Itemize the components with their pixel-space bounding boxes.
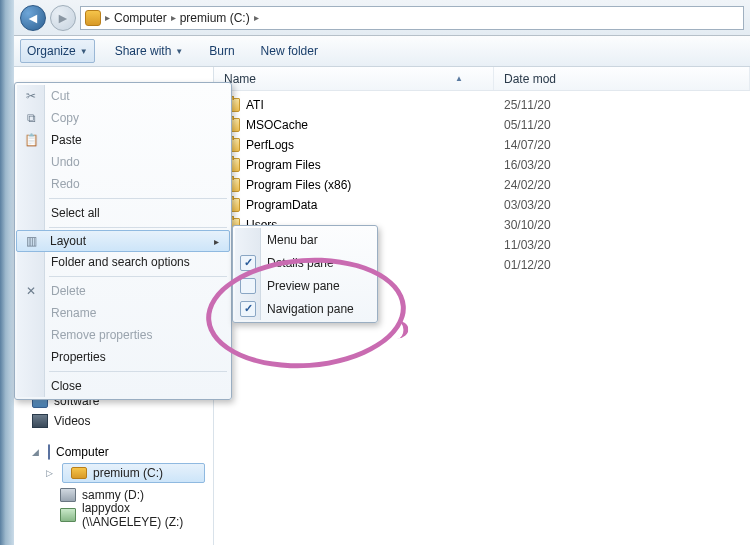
file-row[interactable]: PerfLogs14/07/20: [214, 135, 750, 155]
breadcrumb-bar[interactable]: ▸ Computer ▸ premium (C:) ▸: [80, 6, 744, 30]
layout-icon: ▥: [23, 233, 39, 249]
check-icon: ✓: [240, 301, 256, 317]
menu-item-folder-options[interactable]: Folder and search options: [17, 251, 229, 273]
sidebar-item-videos[interactable]: Videos: [24, 411, 213, 431]
chevron-down-icon: ▼: [80, 47, 88, 56]
column-header-date[interactable]: Date mod: [494, 67, 750, 90]
delete-icon: ✕: [23, 283, 39, 299]
file-name-cell: Program Files: [214, 158, 494, 172]
file-date-cell: 03/03/20: [494, 198, 750, 212]
file-name-cell: MSOCache: [214, 118, 494, 132]
drive-icon: [71, 465, 87, 481]
column-header-row: Name ▲ Date mod: [214, 67, 750, 91]
chevron-right-icon: ▸: [105, 12, 110, 23]
file-name: ATI: [246, 98, 264, 112]
sidebar-item-label: Computer: [56, 445, 109, 459]
submenu-item-preview-pane[interactable]: ✓Preview pane: [235, 274, 375, 297]
sidebar-drive-premium[interactable]: premium (C:): [62, 463, 205, 483]
sidebar-drive-lappydox[interactable]: lappydox (\\ANGELEYE) (Z:): [52, 505, 213, 525]
chevron-right-icon: ▸: [171, 12, 176, 23]
file-name: ProgramData: [246, 198, 317, 212]
file-name: Program Files: [246, 158, 321, 172]
file-name-cell: ATI: [214, 98, 494, 112]
chevron-down-icon: ▼: [175, 47, 183, 56]
expand-icon[interactable]: ▷: [46, 468, 56, 478]
sidebar-item-label: sammy (D:): [82, 488, 144, 502]
chevron-right-icon: ▸: [214, 236, 219, 247]
menu-separator: [49, 276, 227, 277]
new-folder-button[interactable]: New folder: [255, 40, 324, 62]
file-row[interactable]: MSOCache05/11/20: [214, 115, 750, 135]
submenu-item-details-pane[interactable]: ✓Details pane: [235, 251, 375, 274]
network-drive-icon: [60, 507, 76, 523]
menu-item-properties[interactable]: Properties: [17, 346, 229, 368]
breadcrumb-root[interactable]: Computer: [114, 11, 167, 25]
menu-separator: [49, 371, 227, 372]
sidebar-computer-header[interactable]: ◢ Computer: [24, 443, 213, 461]
menu-item-close[interactable]: Close: [17, 375, 229, 397]
menu-separator: [49, 198, 227, 199]
copy-icon: ⧉: [23, 110, 39, 126]
file-name: Program Files (x86): [246, 178, 351, 192]
file-name-cell: ProgramData: [214, 198, 494, 212]
menu-item-remove-properties[interactable]: Remove properties: [17, 324, 229, 346]
file-row[interactable]: ProgramData03/03/20: [214, 195, 750, 215]
sidebar-computer-group: ◢ Computer ▷ premium (C:) sammy (D:): [24, 443, 213, 525]
chevron-right-icon: ▸: [254, 12, 259, 23]
file-date-cell: 30/10/20: [494, 218, 750, 232]
sidebar-item-label: premium (C:): [93, 466, 163, 480]
share-label: Share with: [115, 44, 172, 58]
menu-item-select-all[interactable]: Select all: [17, 202, 229, 224]
toolbar: Organize ▼ Share with ▼ Burn New folder: [14, 36, 750, 67]
file-date-cell: 16/03/20: [494, 158, 750, 172]
menu-item-undo[interactable]: Undo: [17, 151, 229, 173]
menu-item-rename[interactable]: Rename: [17, 302, 229, 324]
layout-submenu: Menu bar ✓Details pane ✓Preview pane ✓Na…: [232, 225, 378, 323]
sidebar-item-label: Videos: [54, 414, 90, 428]
file-date-cell: 25/11/20: [494, 98, 750, 112]
sidebar-drive-header: ▷ premium (C:): [38, 461, 213, 485]
menu-separator: [49, 227, 227, 228]
organize-menu: ✂Cut ⧉Copy 📋Paste Undo Redo Select all ▥…: [14, 82, 232, 400]
menu-item-layout[interactable]: ▥Layout▸: [16, 230, 230, 252]
file-name-cell: Program Files (x86): [214, 178, 494, 192]
file-date-cell: 24/02/20: [494, 178, 750, 192]
sidebar-item-label: lappydox (\\ANGELEYE) (Z:): [82, 501, 205, 529]
file-date-cell: 01/12/20: [494, 258, 750, 272]
back-button[interactable]: ◄: [20, 5, 46, 31]
file-date-cell: 14/07/20: [494, 138, 750, 152]
burn-button[interactable]: Burn: [203, 40, 240, 62]
cut-icon: ✂: [23, 88, 39, 104]
window-border: [0, 0, 14, 545]
breadcrumb-drive[interactable]: premium (C:): [180, 11, 250, 25]
file-row[interactable]: Program Files (x86)24/02/20: [214, 175, 750, 195]
menu-item-redo[interactable]: Redo: [17, 173, 229, 195]
check-icon: ✓: [240, 255, 256, 271]
drive-icon: [60, 487, 76, 503]
menu-item-copy[interactable]: ⧉Copy: [17, 107, 229, 129]
file-row[interactable]: Program Files16/03/20: [214, 155, 750, 175]
column-header-name[interactable]: Name ▲: [214, 67, 494, 90]
file-date-cell: 11/03/20: [494, 238, 750, 252]
menu-item-cut[interactable]: ✂Cut: [17, 85, 229, 107]
submenu-item-navigation-pane[interactable]: ✓Navigation pane: [235, 297, 375, 320]
check-icon: ✓: [240, 278, 256, 294]
file-date-cell: 05/11/20: [494, 118, 750, 132]
videos-icon: [32, 413, 48, 429]
file-name-cell: PerfLogs: [214, 138, 494, 152]
organize-button[interactable]: Organize ▼: [20, 39, 95, 63]
nav-header: ◄ ► ▸ Computer ▸ premium (C:) ▸: [14, 0, 750, 36]
organize-label: Organize: [27, 44, 76, 58]
collapse-icon[interactable]: ◢: [32, 447, 42, 457]
menu-item-delete[interactable]: ✕Delete: [17, 280, 229, 302]
file-name: MSOCache: [246, 118, 308, 132]
paste-icon: 📋: [23, 132, 39, 148]
share-with-button[interactable]: Share with ▼: [109, 40, 190, 62]
submenu-item-menubar[interactable]: Menu bar: [235, 228, 375, 251]
file-name: PerfLogs: [246, 138, 294, 152]
file-row[interactable]: ATI25/11/20: [214, 95, 750, 115]
computer-icon: [85, 10, 101, 26]
menu-item-paste[interactable]: 📋Paste: [17, 129, 229, 151]
computer-icon: [48, 445, 50, 459]
forward-button[interactable]: ►: [50, 5, 76, 31]
